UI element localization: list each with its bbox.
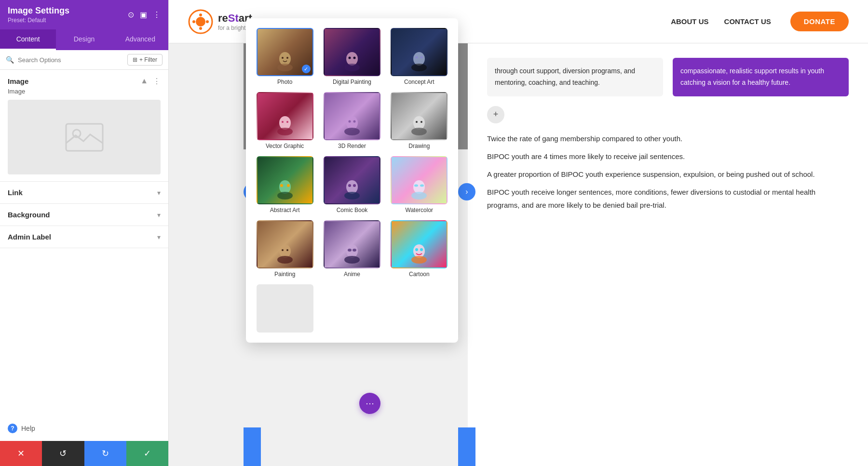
svg-point-4 bbox=[199, 13, 202, 16]
svg-point-15 bbox=[353, 57, 355, 59]
drawing-face-icon bbox=[408, 114, 430, 135]
main-area: reStart for a bright ABOUT US CONTACT US… bbox=[169, 0, 868, 466]
style-item-anime[interactable]: Anime bbox=[321, 220, 383, 278]
svg-point-7 bbox=[206, 20, 209, 23]
svg-point-51 bbox=[353, 249, 356, 252]
style-thumb-cartoon bbox=[391, 220, 448, 268]
svg-point-28 bbox=[413, 116, 425, 130]
vector-face-icon bbox=[274, 114, 296, 135]
style-picker-grid: ✓ Photo Digital Painting bbox=[254, 28, 450, 335]
sidebar-preset: Preset: Default bbox=[8, 17, 69, 24]
svg-point-10 bbox=[282, 57, 284, 59]
image-placeholder-icon bbox=[65, 118, 104, 157]
anime-face-icon bbox=[341, 242, 363, 264]
sidebar-title: Image Settings bbox=[8, 6, 69, 16]
photo-selected-check: ✓ bbox=[302, 65, 311, 73]
svg-point-43 bbox=[420, 185, 424, 187]
style-item-comic[interactable]: Comic Book bbox=[321, 156, 383, 213]
tab-content[interactable]: Content bbox=[0, 29, 56, 50]
carousel-right-arrow[interactable]: › bbox=[458, 183, 475, 200]
style-item-painting[interactable]: Painting bbox=[254, 220, 316, 278]
style-thumb-anime bbox=[324, 220, 380, 268]
svg-point-40 bbox=[413, 180, 425, 194]
svg-point-53 bbox=[411, 256, 427, 264]
background-chevron-icon: ▾ bbox=[157, 211, 161, 219]
add-section-button[interactable]: + bbox=[487, 106, 504, 123]
section-more-icon[interactable]: ⋮ bbox=[153, 77, 161, 86]
stat-text-1: Twice the rate of gang membership compar… bbox=[487, 132, 849, 145]
svg-point-22 bbox=[282, 121, 284, 123]
admin-label-section[interactable]: Admin Label ▾ bbox=[0, 226, 168, 248]
style-label-cartoon: Cartoon bbox=[409, 271, 430, 278]
svg-point-17 bbox=[411, 64, 427, 71]
svg-point-38 bbox=[348, 184, 351, 187]
collapse-icon[interactable]: ▲ bbox=[140, 77, 148, 86]
svg-point-24 bbox=[346, 116, 358, 130]
logo-area: reStart for a bright bbox=[188, 9, 252, 34]
blue-bar-left bbox=[244, 427, 261, 466]
fab-button[interactable]: ⋯ bbox=[359, 393, 380, 414]
nav-contact[interactable]: CONTACT US bbox=[724, 17, 771, 26]
search-input[interactable] bbox=[18, 56, 123, 64]
svg-point-12 bbox=[346, 52, 358, 66]
style-thumb-abstract bbox=[257, 156, 313, 204]
svg-point-23 bbox=[286, 121, 288, 123]
style-item-photo[interactable]: ✓ Photo bbox=[254, 28, 316, 85]
svg-point-8 bbox=[279, 52, 291, 66]
cartoon-face-icon bbox=[408, 242, 430, 264]
layout-icon[interactable]: ▣ bbox=[140, 10, 147, 19]
photo-face-icon bbox=[274, 50, 296, 71]
svg-point-32 bbox=[279, 180, 291, 194]
link-section[interactable]: Link ▾ bbox=[0, 182, 168, 204]
svg-point-11 bbox=[286, 57, 288, 59]
svg-point-29 bbox=[411, 128, 427, 135]
svg-point-21 bbox=[277, 128, 293, 135]
style-item-vector[interactable]: Vector Graphic bbox=[254, 92, 316, 149]
svg-point-48 bbox=[346, 244, 358, 258]
redo-button[interactable]: ↻ bbox=[84, 441, 126, 466]
save-button[interactable]: ✓ bbox=[126, 441, 168, 466]
image-section-title: Image bbox=[8, 77, 28, 85]
style-item-empty bbox=[254, 284, 316, 335]
tab-design[interactable]: Design bbox=[56, 29, 112, 50]
focus-icon[interactable]: ⊙ bbox=[128, 10, 134, 19]
more-icon[interactable]: ⋮ bbox=[153, 10, 161, 19]
image-field-label: Image bbox=[8, 88, 161, 95]
style-thumb-3d bbox=[324, 92, 380, 140]
image-section: Image ▲ ⋮ Image bbox=[0, 70, 168, 182]
style-label-digital: Digital Painting bbox=[333, 79, 371, 85]
digital-face-icon bbox=[341, 50, 363, 71]
svg-point-30 bbox=[416, 121, 418, 123]
watercolor-face-icon bbox=[408, 178, 430, 200]
style-thumb-empty bbox=[257, 284, 313, 333]
cancel-button[interactable]: ✕ bbox=[0, 441, 42, 466]
image-upload-area[interactable] bbox=[8, 100, 161, 174]
stat-text-3: A greater proportion of BIPOC youth expe… bbox=[487, 168, 849, 181]
style-label-painting: Painting bbox=[274, 271, 295, 278]
svg-point-55 bbox=[420, 248, 423, 251]
help-area[interactable]: ? Help bbox=[0, 416, 168, 441]
fab-icon: ⋯ bbox=[366, 398, 374, 409]
tab-advanced[interactable]: Advanced bbox=[112, 29, 168, 50]
image-section-header[interactable]: Image ▲ ⋮ bbox=[8, 77, 161, 86]
filter-button[interactable]: ⊞ + Filter bbox=[127, 54, 163, 66]
svg-point-36 bbox=[346, 180, 358, 194]
style-item-digital[interactable]: Digital Painting bbox=[321, 28, 383, 85]
background-section[interactable]: Background ▾ bbox=[0, 204, 168, 226]
logo-icon bbox=[188, 9, 213, 34]
style-item-abstract[interactable]: Abstract Art bbox=[254, 156, 316, 213]
style-item-cartoon[interactable]: Cartoon bbox=[388, 220, 450, 278]
undo-button[interactable]: ↺ bbox=[42, 441, 84, 466]
style-label-watercolor: Watercolor bbox=[406, 207, 434, 213]
svg-point-46 bbox=[282, 249, 284, 251]
style-item-concept[interactable]: Concept Art bbox=[388, 28, 450, 85]
nav-about[interactable]: ABOUT US bbox=[671, 17, 708, 26]
svg-point-19 bbox=[420, 56, 423, 58]
svg-point-14 bbox=[348, 57, 351, 59]
donate-button[interactable]: DONATE bbox=[790, 12, 849, 31]
stat-cards: through court support, diversion program… bbox=[487, 58, 849, 96]
style-item-drawing[interactable]: Drawing bbox=[388, 92, 450, 149]
style-item-watercolor[interactable]: Watercolor bbox=[388, 156, 450, 213]
undo-icon: ↺ bbox=[59, 448, 67, 459]
style-item-3d[interactable]: 3D Render bbox=[321, 92, 383, 149]
